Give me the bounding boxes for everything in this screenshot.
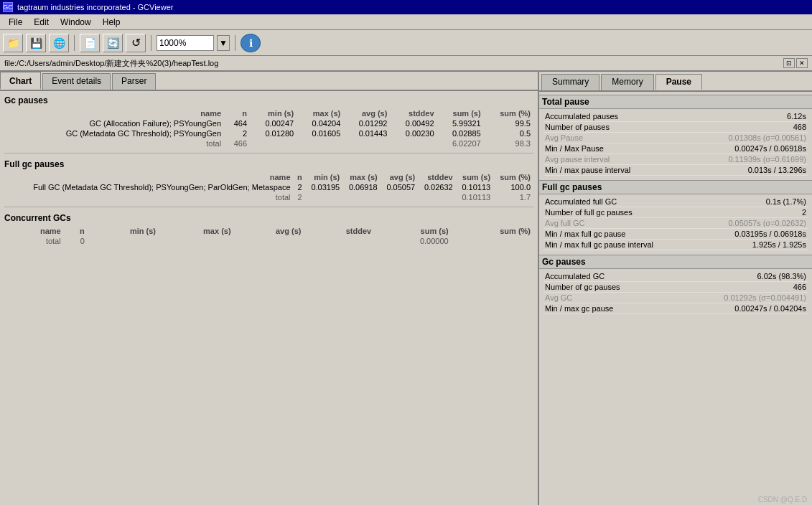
toolbar: 📁 💾 🌐 📄 🔄 ↺ ▼ ℹ xyxy=(0,30,812,56)
col-header-max: max (s) xyxy=(159,226,234,236)
menu-help[interactable]: Help xyxy=(97,16,126,29)
open-file-btn[interactable]: 📄 xyxy=(80,34,100,52)
col-header-sumpct: sum (%) xyxy=(452,226,533,236)
col-header-name: name xyxy=(4,172,294,182)
globe-btn[interactable]: 🌐 xyxy=(49,34,69,52)
divider-2 xyxy=(4,207,533,207)
file-bar: file:/C:/Users/admin/Desktop/新建文件夹%20(3)… xyxy=(0,56,812,72)
zoom-dropdown[interactable]: ▼ xyxy=(217,35,230,51)
left-panel: Chart Event details Parser Gc pauses nam… xyxy=(0,72,539,505)
table-row: total 466 6.02207 98.3 xyxy=(4,138,533,148)
col-header-sumpct: sum (%) xyxy=(493,172,533,182)
stat-avg-pause-interval: Avg pause interval 0.11939s (σ=0.61699) xyxy=(543,154,808,165)
right-panel: Summary Memory Pause Total pause Accumul… xyxy=(539,72,812,505)
tab-summary[interactable]: Summary xyxy=(541,74,599,90)
stat-min-max-pause: Min / Max Pause 0.00247s / 0.06918s xyxy=(543,143,808,154)
restore-btn[interactable]: ⊡ xyxy=(783,58,795,68)
table-row: GC (Allocation Failure); PSYoungGen 464 … xyxy=(4,118,533,128)
col-header-stddev: stddev xyxy=(304,226,374,236)
toolbar-separator-1 xyxy=(74,35,75,51)
full-gc-pauses-right-title: Full gc pauses xyxy=(539,180,812,194)
open-folder-btn[interactable]: 📁 xyxy=(3,34,23,52)
stat-accumulated-full-gc: Accumulated full GC 0.1s (1.7%) xyxy=(543,197,808,207)
col-header-sum: sum (s) xyxy=(437,108,484,118)
divider-1 xyxy=(4,153,533,154)
stat-accumulated-gc: Accumulated GC 6.02s (98.3%) xyxy=(543,271,808,282)
menu-bar: File Edit Window Help xyxy=(0,14,812,30)
save-btn[interactable]: 💾 xyxy=(26,34,46,52)
col-header-n: n xyxy=(294,172,305,182)
stat-min-max-full-gc-pause: Min / max full gc pause 0.03195s / 0.069… xyxy=(543,229,808,240)
tab-memory[interactable]: Memory xyxy=(601,74,653,90)
table-row: GC (Metadata GC Threshold); PSYoungGen 2… xyxy=(4,128,533,138)
stat-min-max-gc-pause: Min / max gc pause 0.00247s / 0.04204s xyxy=(543,303,808,314)
col-header-n: n xyxy=(224,108,250,118)
menu-window[interactable]: Window xyxy=(55,16,97,29)
col-header-sum: sum (s) xyxy=(456,172,493,182)
col-header-max: max (s) xyxy=(342,172,380,182)
tab-pause[interactable]: Pause xyxy=(655,74,702,90)
main-area: Chart Event details Parser Gc pauses nam… xyxy=(0,72,812,505)
stat-min-max-pause-interval: Min / max pause interval 0.013s / 13.296… xyxy=(543,165,808,176)
col-header-min: min (s) xyxy=(88,226,159,236)
tab-event-details[interactable]: Event details xyxy=(42,73,111,90)
close-file-btn[interactable]: ✕ xyxy=(796,58,808,68)
menu-edit[interactable]: Edit xyxy=(28,16,55,29)
table-row: total 0 0.00000 xyxy=(4,236,533,246)
full-gc-pauses-table: name n min (s) max (s) avg (s) stddev su… xyxy=(4,172,533,202)
toolbar-separator-2 xyxy=(151,35,151,51)
col-header-avg: avg (s) xyxy=(234,226,304,236)
refresh-btn[interactable]: 🔄 xyxy=(103,34,123,52)
stat-min-max-full-gc-interval: Min / max full gc pause interval 1.925s … xyxy=(543,240,808,250)
total-pause-title: Total pause xyxy=(539,95,812,109)
left-tabs: Chart Event details Parser xyxy=(0,72,538,91)
col-header-min: min (s) xyxy=(250,108,297,118)
col-header-stddev: stddev xyxy=(418,172,455,182)
file-actions: ⊡ ✕ xyxy=(783,58,808,68)
stat-number-pauses: Number of pauses 468 xyxy=(543,122,808,133)
stat-number-gc-pauses: Number of gc pauses 466 xyxy=(543,282,808,293)
zoom-input[interactable] xyxy=(157,35,214,51)
tab-parser[interactable]: Parser xyxy=(112,73,156,90)
gc-pauses-right-title: Gc pauses xyxy=(539,255,812,269)
reload-btn[interactable]: ↺ xyxy=(126,34,146,52)
col-header-name: name xyxy=(4,226,64,236)
stat-accumulated-pauses: Accumulated pauses 6.12s xyxy=(543,111,808,122)
col-header-avg: avg (s) xyxy=(381,172,418,182)
col-header-n: n xyxy=(64,226,88,236)
stat-number-full-gc: Number of full gc pauses 2 xyxy=(543,207,808,218)
toolbar-separator-3 xyxy=(235,35,235,51)
table-row: Full GC (Metadata GC Threshold); PSYoung… xyxy=(4,182,533,192)
concurrent-gcs-title: Concurrent GCs xyxy=(4,213,533,223)
col-header-sum: sum (s) xyxy=(374,226,451,236)
right-tabs: Summary Memory Pause xyxy=(539,72,812,92)
col-header-min: min (s) xyxy=(305,172,342,182)
col-header-name: name xyxy=(4,108,224,118)
tab-chart[interactable]: Chart xyxy=(0,72,41,90)
window-title: tagtraum industries incorporated - GCVie… xyxy=(17,3,173,11)
stat-avg-full-gc: Avg full GC 0.05057s (σ=0.02632) xyxy=(543,218,808,229)
file-path: file:/C:/Users/admin/Desktop/新建文件夹%20(3)… xyxy=(4,58,218,69)
col-header-max: max (s) xyxy=(297,108,343,118)
right-content: Total pause Accumulated pauses 6.12s Num… xyxy=(539,92,812,505)
stat-avg-pause: Avg Pause 0.01308s (σ=0.00561) xyxy=(543,133,808,143)
gc-pauses-table: name n min (s) max (s) avg (s) stddev su… xyxy=(4,108,533,148)
app-icon: GC xyxy=(3,2,13,12)
col-header-stddev: stddev xyxy=(390,108,437,118)
left-content: Gc pauses name n min (s) max (s) avg (s)… xyxy=(0,91,538,503)
full-gc-pauses-title: Full gc pauses xyxy=(4,159,533,169)
info-btn[interactable]: ℹ xyxy=(241,34,261,52)
concurrent-gcs-table: name n min (s) max (s) avg (s) stddev su… xyxy=(4,226,533,246)
stat-avg-gc: Avg GC 0.01292s (σ=0.004491) xyxy=(543,293,808,303)
title-bar: GC tagtraum industries incorporated - GC… xyxy=(0,0,812,14)
menu-file[interactable]: File xyxy=(3,16,28,29)
col-header-avg: avg (s) xyxy=(343,108,390,118)
table-row: total 2 0.10113 1.7 xyxy=(4,192,533,202)
watermark: CSDN @Q.E.D. xyxy=(758,496,809,504)
col-header-sumpct: sum (%) xyxy=(484,108,533,118)
gc-pauses-title: Gc pauses xyxy=(4,95,533,105)
